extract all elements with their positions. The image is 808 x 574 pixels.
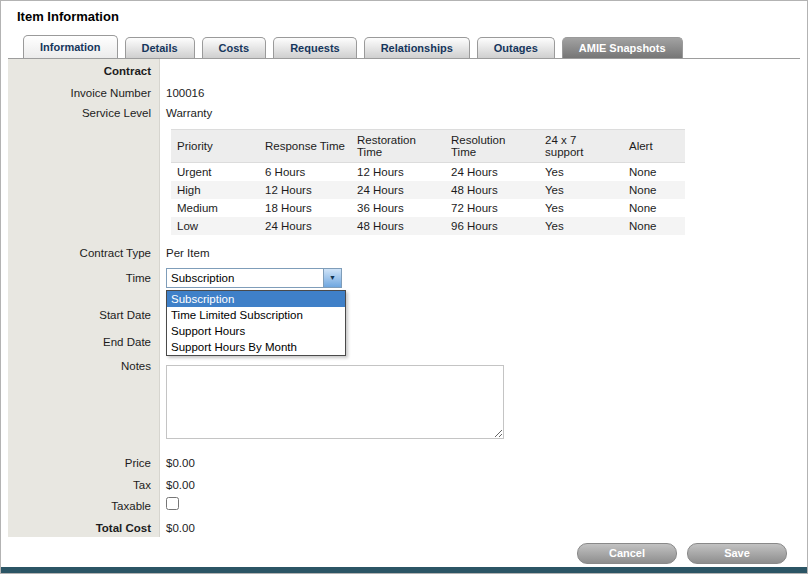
sla-cell: 24 Hours: [259, 217, 351, 235]
footer-bar: Cancel Save: [1, 537, 807, 569]
sla-header: Resolution Time: [445, 130, 539, 163]
sla-cell: Yes: [539, 163, 623, 182]
price-label: Price: [8, 457, 151, 469]
sla-cell: None: [623, 199, 685, 217]
sla-header: 24 x 7 support: [539, 130, 623, 163]
sla-cell: 24 Hours: [445, 163, 539, 182]
sla-cell: Yes: [539, 217, 623, 235]
sla-cell: Yes: [539, 199, 623, 217]
total-cost-label: Total Cost: [8, 522, 151, 534]
tab-relationships[interactable]: Relationships: [364, 37, 470, 58]
sla-header: Restoration Time: [351, 130, 445, 163]
sla-cell: Urgent: [171, 163, 259, 182]
tax-value: $0.00: [166, 479, 195, 491]
notes-label: Notes: [8, 360, 151, 372]
service-level-label: Service Level: [8, 107, 151, 119]
tab-information[interactable]: Information: [23, 35, 118, 58]
sla-cell: 12 Hours: [259, 181, 351, 199]
chevron-down-icon[interactable]: ▼: [323, 269, 341, 287]
sla-cell: None: [623, 181, 685, 199]
end-date-label: End Date: [8, 336, 151, 348]
sla-cell: 48 Hours: [445, 181, 539, 199]
price-value: $0.00: [166, 457, 195, 469]
title-bar: Item Information: [1, 1, 807, 33]
time-select-value: Subscription: [171, 269, 234, 287]
tax-label: Tax: [8, 479, 151, 491]
tab-amie-snapshots[interactable]: AMIE Snapshots: [562, 37, 683, 58]
tab-costs[interactable]: Costs: [202, 37, 267, 58]
time-label: Time: [8, 272, 151, 284]
tab-requests[interactable]: Requests: [273, 37, 357, 58]
sla-cell: 48 Hours: [351, 217, 445, 235]
bottom-accent-bar: [1, 567, 807, 573]
dropdown-option-time-limited-subscription[interactable]: Time Limited Subscription: [167, 307, 345, 323]
sla-header: Priority: [171, 130, 259, 163]
sla-row: Low 24 Hours 48 Hours 96 Hours Yes None: [171, 217, 685, 235]
save-button[interactable]: Save: [687, 543, 787, 564]
dropdown-option-support-hours[interactable]: Support Hours: [167, 323, 345, 339]
sla-cell: 72 Hours: [445, 199, 539, 217]
sla-cell: 36 Hours: [351, 199, 445, 217]
page-title: Item Information: [17, 9, 119, 24]
form-panel: Contract Invoice Number 100016 Service L…: [8, 58, 800, 538]
time-select[interactable]: Subscription ▼: [166, 268, 342, 288]
section-header-contract: Contract: [8, 65, 151, 77]
sla-cell: None: [623, 163, 685, 182]
notes-textarea[interactable]: [166, 365, 504, 439]
sla-cell: Yes: [539, 181, 623, 199]
sla-header-row: Priority Response Time Restoration Time …: [171, 130, 685, 163]
start-date-label: Start Date: [8, 309, 151, 321]
sla-cell: 18 Hours: [259, 199, 351, 217]
sla-cell: 96 Hours: [445, 217, 539, 235]
sla-header: Alert: [623, 130, 685, 163]
sla-cell: None: [623, 217, 685, 235]
dropdown-option-support-hours-by-month[interactable]: Support Hours By Month: [167, 339, 345, 355]
sla-cell: Low: [171, 217, 259, 235]
dropdown-option-subscription[interactable]: Subscription: [167, 291, 345, 307]
sla-row: Urgent 6 Hours 12 Hours 24 Hours Yes Non…: [171, 163, 685, 182]
cancel-button[interactable]: Cancel: [577, 543, 677, 564]
service-level-value: Warranty: [166, 107, 212, 119]
tab-details[interactable]: Details: [125, 37, 195, 58]
sla-header: Response Time: [259, 130, 351, 163]
invoice-number-label: Invoice Number: [8, 87, 151, 99]
contract-type-value: Per Item: [166, 247, 209, 259]
total-cost-value: $0.00: [166, 522, 195, 534]
sla-cell: Medium: [171, 199, 259, 217]
invoice-number-value: 100016: [166, 87, 204, 99]
item-information-window: Item Information Information Details Cos…: [0, 0, 808, 574]
contract-type-label: Contract Type: [8, 247, 151, 259]
time-select-dropdown: Subscription Time Limited Subscription S…: [166, 290, 346, 356]
sla-row: Medium 18 Hours 36 Hours 72 Hours Yes No…: [171, 199, 685, 217]
taxable-checkbox[interactable]: [166, 497, 179, 510]
sla-cell: 24 Hours: [351, 181, 445, 199]
taxable-label: Taxable: [8, 500, 151, 512]
sla-row: High 12 Hours 24 Hours 48 Hours Yes None: [171, 181, 685, 199]
sla-cell: 6 Hours: [259, 163, 351, 182]
sla-table: Priority Response Time Restoration Time …: [171, 129, 685, 235]
sla-cell: 12 Hours: [351, 163, 445, 182]
sla-cell: High: [171, 181, 259, 199]
tab-bar: Information Details Costs Requests Relat…: [1, 33, 807, 58]
tab-outages[interactable]: Outages: [477, 37, 555, 58]
